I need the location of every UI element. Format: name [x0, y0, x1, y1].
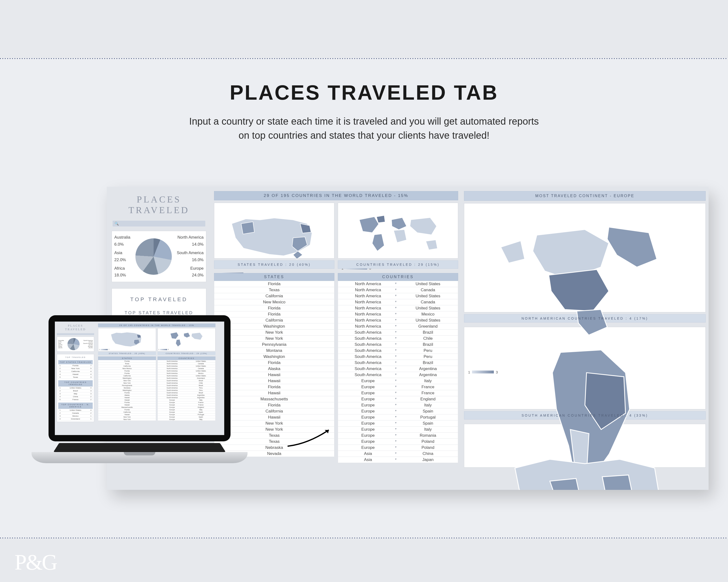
mini-country-row[interactable]: South AmericaPeru: [157, 387, 215, 389]
mini-country-row[interactable]: South AmericaChile: [157, 382, 215, 384]
country-row[interactable]: South AmericaBrazil: [338, 360, 458, 366]
mini-country-row[interactable]: South AmericaArgentina: [157, 394, 215, 396]
region-cell[interactable]: South America: [338, 372, 398, 377]
state-row[interactable]: California: [214, 293, 334, 299]
mini-country-row[interactable]: EuropeFrance: [157, 404, 215, 406]
mini-state-row[interactable]: Alaska: [98, 394, 156, 396]
mini-country-row[interactable]: North AmericaUnited States: [157, 365, 215, 367]
region-cell[interactable]: Asia: [338, 458, 398, 462]
country-row[interactable]: North AmericaCanada: [338, 287, 458, 293]
mini-country-row[interactable]: EuropeItaly: [157, 418, 215, 421]
country-row[interactable]: EuropeRomania: [338, 433, 458, 439]
region-cell[interactable]: North America: [338, 281, 398, 286]
mini-state-row[interactable]: Texas: [98, 363, 156, 365]
mini-state-row[interactable]: Hawaii: [98, 396, 156, 399]
region-cell[interactable]: Europe: [338, 409, 398, 414]
mini-country-row[interactable]: North AmericaCanada: [157, 363, 215, 365]
country-row[interactable]: North AmericaUnited States: [338, 281, 458, 287]
region-cell[interactable]: Europe: [338, 439, 398, 444]
mini-state-row[interactable]: New York: [98, 380, 156, 382]
mini-state-row[interactable]: Florida: [98, 370, 156, 372]
country-row[interactable]: EuropeSpain: [338, 420, 458, 426]
mini-state-row[interactable]: Hawaii: [98, 399, 156, 401]
mini-state-row[interactable]: Washington: [98, 389, 156, 392]
region-cell[interactable]: Europe: [338, 415, 398, 420]
mini-country-row[interactable]: EuropeSpain: [157, 411, 215, 413]
state-row[interactable]: New Mexico: [214, 299, 334, 305]
region-cell[interactable]: Europe: [338, 433, 398, 438]
region-cell[interactable]: Europe: [338, 397, 398, 401]
region-cell[interactable]: North America: [338, 287, 398, 293]
mini-state-row[interactable]: Pennsylvania: [98, 384, 156, 387]
mini-state-row[interactable]: Hawaii: [98, 413, 156, 416]
search-input[interactable]: 🔍: [112, 221, 205, 226]
mini-state-row[interactable]: New York: [98, 416, 156, 418]
region-cell[interactable]: Europe: [338, 385, 398, 389]
country-row[interactable]: South AmericaBrazil: [338, 330, 458, 336]
region-cell[interactable]: Europe: [338, 379, 398, 383]
mini-country-row[interactable]: South AmericaArgentina: [157, 396, 215, 399]
country-row[interactable]: EuropeItaly: [338, 378, 458, 384]
country-row[interactable]: EuropeEngland: [338, 396, 458, 402]
region-cell[interactable]: North America: [338, 294, 398, 299]
country-row[interactable]: EuropeSpain: [338, 408, 458, 414]
mini-state-row[interactable]: Florida: [98, 409, 156, 411]
mini-state-row[interactable]: New York: [98, 382, 156, 384]
mini-state-row[interactable]: Florida: [98, 401, 156, 404]
mini-country-row[interactable]: North AmericaCanada: [157, 367, 215, 370]
mini-state-row[interactable]: Florida: [98, 392, 156, 394]
region-cell[interactable]: Europe: [338, 391, 398, 395]
country-row[interactable]: North AmericaUnited States: [338, 317, 458, 324]
mini-state-row[interactable]: Florida: [98, 372, 156, 375]
country-row[interactable]: EuropeFrance: [338, 384, 458, 390]
mini-state-row[interactable]: Washington: [98, 377, 156, 380]
mini-country-row[interactable]: North AmericaGreenland: [157, 377, 215, 380]
region-cell[interactable]: North America: [338, 300, 398, 305]
mini-country-row[interactable]: EuropeEngland: [157, 406, 215, 409]
region-cell[interactable]: South America: [338, 330, 398, 335]
mini-state-row[interactable]: California: [98, 375, 156, 377]
mini-state-row[interactable]: Hawaii: [98, 404, 156, 406]
mini-country-row[interactable]: EuropeItaly: [157, 399, 215, 401]
region-cell[interactable]: South America: [338, 360, 398, 365]
mini-country-row[interactable]: EuropePortugal: [157, 413, 215, 416]
region-cell[interactable]: Europe: [338, 427, 398, 432]
country-row[interactable]: EuropePoland: [338, 439, 458, 445]
country-row[interactable]: North AmericaUnited States: [338, 293, 458, 299]
region-cell[interactable]: South America: [338, 354, 398, 359]
region-cell[interactable]: South America: [338, 366, 398, 371]
country-row[interactable]: AsiaChina: [338, 451, 458, 457]
mini-country-row[interactable]: North AmericaUnited States: [157, 360, 215, 363]
country-row[interactable]: South AmericaPeru: [338, 348, 458, 354]
country-row[interactable]: South AmericaChile: [338, 336, 458, 342]
region-cell[interactable]: North America: [338, 318, 398, 323]
country-row[interactable]: AsiaJapan: [338, 457, 458, 463]
mini-state-row[interactable]: California: [98, 411, 156, 413]
region-cell[interactable]: North America: [338, 312, 398, 317]
mini-country-row[interactable]: North AmericaUnited States: [157, 370, 215, 372]
mini-country-row[interactable]: South AmericaBrazil: [157, 392, 215, 394]
region-cell[interactable]: Europe: [338, 403, 398, 408]
mini-country-row[interactable]: South AmericaPeru: [157, 389, 215, 392]
country-row[interactable]: South AmericaArgentina: [338, 372, 458, 378]
country-row[interactable]: EuropePoland: [338, 445, 458, 451]
mini-country-row[interactable]: North AmericaMexico: [157, 372, 215, 375]
country-row[interactable]: South AmericaBrazil: [338, 342, 458, 348]
mini-state-row[interactable]: New Mexico: [98, 367, 156, 370]
mini-country-row[interactable]: South AmericaBrazil: [157, 380, 215, 382]
state-row[interactable]: Florida: [214, 305, 334, 311]
country-row[interactable]: EuropeItaly: [338, 426, 458, 433]
country-row[interactable]: North AmericaGreenland: [338, 324, 458, 330]
mini-state-row[interactable]: Montana: [98, 387, 156, 389]
mini-country-row[interactable]: EuropeFrance: [157, 401, 215, 404]
mini-country-row[interactable]: EuropeItaly: [157, 409, 215, 411]
mini-country-row[interactable]: South AmericaBrazil: [157, 384, 215, 387]
country-row[interactable]: EuropeItaly: [338, 402, 458, 408]
state-row[interactable]: Texas: [214, 287, 334, 293]
mini-country-row[interactable]: North AmericaUnited States: [157, 375, 215, 377]
country-row[interactable]: South AmericaPeru: [338, 354, 458, 360]
country-row[interactable]: North AmericaMexico: [338, 311, 458, 317]
region-cell[interactable]: South America: [338, 348, 398, 353]
region-cell[interactable]: South America: [338, 336, 398, 341]
mini-state-row[interactable]: California: [98, 365, 156, 367]
